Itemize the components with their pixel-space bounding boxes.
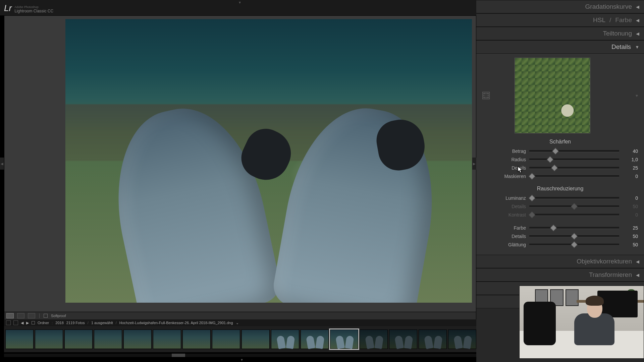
slider-knob-icon[interactable] — [529, 195, 535, 201]
nr-color-label: Farbe — [482, 225, 526, 231]
filmstrip-thumb[interactable] — [389, 329, 417, 349]
panel-splittone[interactable]: Teiltonung ◀ — [476, 27, 644, 40]
detail-preview-thumb[interactable] — [515, 58, 590, 133]
nr-smooth-label: Glättung — [482, 242, 526, 247]
sharpen-detail-label: Details — [482, 165, 526, 171]
filmstrip[interactable] — [4, 326, 476, 352]
image-preview[interactable] — [65, 19, 472, 303]
slider-knob-icon[interactable] — [547, 156, 553, 163]
titlebar: Lr Adobe Photoshop Lightroom Classic CC … — [0, 0, 476, 15]
filmstrip-thumb[interactable] — [153, 329, 181, 349]
filmstrip-thumb[interactable] — [5, 329, 34, 349]
panel-details[interactable]: Details ▼ — [476, 40, 644, 54]
sharpen-title: Schärfen — [482, 139, 638, 145]
collapse-icon: ◀ — [636, 259, 639, 264]
filmstrip-thumb[interactable] — [301, 329, 329, 349]
crumb-count: 2119 Fotos — [66, 321, 85, 325]
nr-luminance-slider[interactable] — [529, 197, 619, 199]
titlebar-caret-icon[interactable]: ▼ — [238, 1, 241, 4]
filmstrip-thumb[interactable] — [64, 329, 93, 349]
filter-checkbox[interactable] — [32, 321, 35, 324]
filmstrip-thumb[interactable] — [182, 329, 211, 349]
grid-icon[interactable] — [6, 320, 11, 325]
panel-lens-label: Objektivkorrekturen — [577, 258, 632, 265]
filmstrip-scrollbar[interactable] — [4, 354, 476, 357]
nav-fwd-icon[interactable]: ▶ — [26, 321, 29, 325]
expand-icon: ▼ — [635, 45, 639, 50]
sharpen-radius-slider[interactable] — [529, 159, 619, 161]
sharpen-mask-value: 0 — [623, 174, 638, 179]
filmstrip-breadcrumb: ◀ ▶ Ordner : 2018 2119 Fotos / 1 ausgewä… — [4, 319, 476, 326]
view-compare-button[interactable] — [17, 313, 24, 318]
nr-luminance: Luminanz0 — [482, 194, 638, 202]
panel-transform[interactable]: Transformieren ◀ — [476, 268, 644, 282]
collapse-icon: ◀ — [636, 273, 639, 278]
slider-knob-icon[interactable] — [552, 148, 559, 155]
slider-knob-icon[interactable] — [550, 225, 557, 231]
panel-hsl-label-a: HSL — [593, 16, 605, 24]
filmstrip-thumb[interactable] — [241, 329, 270, 349]
panel-hsl[interactable]: HSL/Farbe ◀ — [476, 13, 644, 27]
filmstrip-thumb[interactable] — [448, 329, 476, 349]
right-panel-toggle-icon[interactable]: ▶ — [472, 158, 476, 170]
image-canvas[interactable] — [4, 15, 476, 312]
crumb-year[interactable]: 2018 — [55, 321, 63, 325]
filmstrip-thumb[interactable] — [123, 329, 152, 349]
nr-color-value: 25 — [623, 225, 638, 231]
nr-lum-detail-value: 50 — [623, 204, 638, 209]
view-survey-button[interactable] — [28, 313, 35, 318]
nr-color-detail-slider[interactable] — [529, 235, 619, 237]
nr-color-slider[interactable] — [529, 227, 619, 229]
nav-back-icon[interactable]: ◀ — [21, 321, 23, 325]
sharpen-mask: Maskieren0 — [482, 172, 638, 180]
vendor-label: Adobe Photoshop — [14, 5, 39, 9]
nr-lum-contrast-slider[interactable] — [529, 214, 619, 216]
slider-knob-icon[interactable] — [571, 241, 578, 248]
crumb-filename[interactable]: Hochzeit-Ludwigshafen-Full-Benkesser-26.… — [119, 321, 233, 325]
view-loupe-button[interactable] — [6, 313, 14, 318]
slider-knob-icon[interactable] — [571, 233, 578, 240]
panel-details-label: Details — [611, 43, 631, 51]
nr-title: Rauschreduzierung — [482, 186, 638, 192]
detail-area-picker-icon[interactable] — [482, 92, 490, 99]
filmstrip-caret-icon[interactable]: ▼ — [240, 358, 244, 362]
sharpen-mask-label: Maskieren — [482, 174, 526, 179]
left-panel-toggle-icon[interactable]: ◀ — [0, 158, 4, 170]
filmstrip-thumb[interactable] — [212, 329, 240, 349]
product-label: Lightroom Classic CC — [14, 9, 53, 13]
filmstrip-scrollthumb[interactable] — [172, 354, 185, 357]
sharpen-mask-slider[interactable] — [529, 175, 619, 177]
softproof-checkbox[interactable] — [44, 314, 48, 318]
slider-knob-icon[interactable] — [551, 165, 558, 171]
sharpen-detail-slider[interactable] — [529, 167, 619, 169]
lr-logo: Lr — [4, 3, 12, 13]
panel-tonecurve[interactable]: Gradationskurve ◀ — [476, 0, 644, 13]
filmstrip-thumb[interactable] — [271, 329, 299, 349]
collapse-icon: ◀ — [636, 4, 639, 9]
nr-lum-detail-slider[interactable] — [529, 205, 619, 207]
nr-lum-contrast-value: 0 — [623, 212, 638, 218]
filmstrip-thumb[interactable] — [35, 329, 63, 349]
slider-knob-icon[interactable] — [571, 203, 578, 210]
crumb-selected: 1 ausgewählt — [91, 321, 113, 325]
nr-smooth-value: 50 — [623, 242, 638, 247]
detail-preview-menu-icon[interactable]: ▾ — [636, 93, 638, 98]
sharpen-amount-slider[interactable] — [529, 150, 619, 152]
webcam-pip — [519, 286, 644, 359]
filmstrip-thumb[interactable] — [419, 329, 447, 349]
second-window-icon[interactable] — [13, 320, 18, 325]
nr-smooth-slider[interactable] — [529, 244, 619, 246]
filmstrip-thumb[interactable] — [94, 329, 122, 349]
sharpen-amount-label: Betrag — [482, 148, 526, 154]
sharpen-detail-value: 25 — [623, 165, 638, 171]
filmstrip-thumb[interactable] — [360, 329, 388, 349]
product-name: Adobe Photoshop Lightroom Classic CC — [14, 5, 53, 13]
crumb-folder[interactable]: Ordner — [38, 321, 49, 325]
slider-knob-icon[interactable] — [529, 173, 535, 180]
panel-lens[interactable]: Objektivkorrekturen ◀ — [476, 255, 644, 268]
filmstrip-thumb[interactable] — [330, 329, 358, 349]
collapse-icon: ◀ — [636, 18, 639, 23]
crumb-dropdown-icon[interactable]: ⌄ — [236, 321, 239, 325]
details-panel-body: ▾ Schärfen Betrag40Radius1,0Details25Mas… — [476, 54, 644, 255]
slider-knob-icon[interactable] — [529, 212, 535, 218]
